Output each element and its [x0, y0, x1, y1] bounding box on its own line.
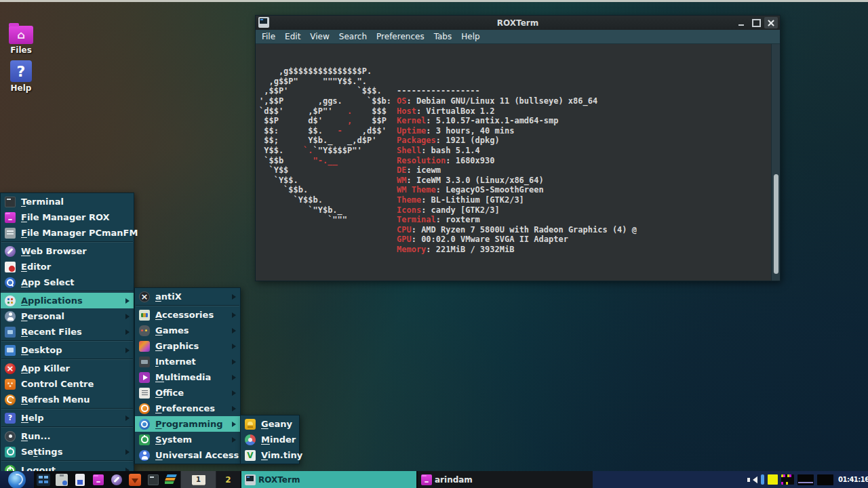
window-titlebar[interactable]: ROXTerm [256, 16, 780, 30]
menu-item-label: Recent Files [21, 327, 120, 337]
workspace-2[interactable]: 2 [216, 471, 240, 488]
menu-item-recent-files[interactable]: Recent Files [1, 324, 134, 340]
minimize-button[interactable] [734, 17, 748, 28]
cpu-meter-icon[interactable] [768, 474, 778, 485]
menu-item-app-select[interactable]: App Select [1, 274, 134, 290]
menubar-item-view[interactable]: View [305, 30, 334, 43]
menu-item-desktop[interactable]: Desktop [1, 342, 134, 358]
geany-icon [245, 419, 256, 430]
menu-item-office[interactable]: Office [135, 385, 240, 401]
editor-icon [5, 262, 16, 272]
menu-item-vim-tiny[interactable]: Vim.tiny [241, 447, 299, 463]
launcher-tb-terminal[interactable] [144, 471, 162, 488]
menubar-item-edit[interactable]: Edit [280, 30, 305, 43]
roxterm-window-icon [258, 17, 269, 28]
menu-item-label: App Select [21, 277, 131, 287]
net-graph-icon[interactable] [797, 474, 814, 485]
menu-item-label: Desktop [21, 345, 120, 355]
app-select-icon [5, 277, 16, 288]
installer-icon [129, 474, 141, 486]
menubar-item-tabs[interactable]: Tabs [429, 30, 457, 43]
menu-item-app-killer[interactable]: App Killer [1, 361, 134, 376]
menu-item-system[interactable]: System [135, 432, 240, 447]
menu-item-file-manager-pcmanfm[interactable]: File Manager PCmanFM [1, 225, 134, 241]
tb-terminal-icon [148, 474, 159, 485]
menu-item-internet[interactable]: Internet [135, 354, 240, 369]
submenu-arrow-icon [232, 437, 236, 443]
menu-button[interactable] [0, 471, 34, 488]
task-arindam[interactable]: arindam [418, 471, 593, 488]
submenu-arrow-icon [232, 312, 236, 318]
menubar-item-search[interactable]: Search [334, 30, 372, 43]
menu-separator [1, 426, 133, 428]
menu-item-settings[interactable]: Settings [1, 444, 134, 460]
usb-icon [75, 474, 85, 486]
desktop-icon [5, 345, 16, 356]
menu-item-editor[interactable]: Editor [1, 259, 134, 274]
accessories-icon [139, 310, 150, 321]
launcher-clipboard[interactable] [52, 471, 71, 488]
scrollbar-thumb[interactable] [774, 174, 778, 274]
menu-item-preferences[interactable]: Preferences [135, 401, 240, 416]
submenu-arrow-icon [125, 314, 130, 319]
menu-item-antix[interactable]: antiX [135, 289, 240, 304]
desktop-icon-help[interactable]: Help [3, 60, 39, 93]
launcher-layers[interactable] [162, 471, 180, 488]
menu-item-label: Minder [261, 434, 296, 445]
menu-item-label: Terminal [21, 197, 131, 207]
menu-item-web-browser[interactable]: Web Browser [1, 243, 134, 259]
launcher-window-tiles[interactable] [34, 471, 52, 488]
menu-item-label: Universal Access [155, 450, 239, 460]
workspace-1[interactable]: 1 [180, 471, 216, 488]
launcher-folder-rox[interactable] [89, 471, 107, 488]
programming-icon [139, 419, 150, 430]
system-icon [139, 434, 150, 445]
menu-item-label: Help [21, 413, 120, 423]
folder-pcman-icon [5, 228, 16, 239]
menu-item-file-manager-rox[interactable]: File Manager ROX [1, 209, 134, 225]
menu-item-graphics[interactable]: Graphics [135, 338, 240, 354]
menu-item-programming[interactable]: Programming [135, 416, 240, 432]
menu-item-accessories[interactable]: Accessories [135, 307, 240, 323]
task-roxterm[interactable]: ROXTerm [241, 471, 416, 488]
menu-item-personal[interactable]: Personal [1, 308, 134, 324]
menu-item-games[interactable]: Games [135, 323, 240, 338]
menu-item-label: Preferences [155, 403, 226, 413]
menu-item-run[interactable]: Run... [1, 428, 134, 444]
maximize-button[interactable] [749, 17, 763, 28]
menubar-item-help[interactable]: Help [456, 30, 484, 43]
office-icon [139, 388, 150, 399]
menu-item-help[interactable]: Help [1, 410, 134, 426]
menu-item-refresh-menu[interactable]: Refresh Menu [1, 392, 134, 407]
settings-icon [5, 447, 16, 458]
run-icon [5, 431, 16, 442]
menu-item-label: antiX [155, 291, 226, 302]
desktop-icon-files[interactable]: Files [3, 22, 39, 55]
network-meter-icon[interactable] [781, 474, 794, 485]
menu-item-label: Internet [155, 357, 226, 367]
terminal-scrollbar[interactable] [771, 44, 780, 281]
launcher-usb[interactable] [71, 471, 89, 488]
menu-item-universal-access[interactable]: Universal Access [135, 447, 240, 463]
menu-item-applications[interactable]: Applications [1, 293, 134, 308]
terminal-output[interactable]: ,g$$$$$$$$$$$$$$$P. ,g$$P" """Y$$.". ,$$… [256, 44, 771, 281]
cpu-graph-icon[interactable] [817, 474, 833, 485]
menu-item-terminal[interactable]: Terminal [1, 194, 134, 209]
submenu-arrow-icon [125, 298, 130, 304]
menubar-item-preferences[interactable]: Preferences [372, 30, 429, 43]
volume-level-icon[interactable] [761, 474, 764, 485]
menu-item-control-centre[interactable]: Control Centre [1, 376, 134, 392]
roxterm-window: ROXTerm FileEditViewSearchPreferencesTab… [255, 15, 781, 281]
menubar-item-file[interactable]: File [257, 30, 280, 43]
menu-item-minder[interactable]: Minder [241, 432, 299, 447]
close-button[interactable] [764, 17, 778, 28]
launcher-installer[interactable] [125, 471, 144, 488]
debian-ascii-art: ,g$$$$$$$$$$$$$$$P. ,g$$P" """Y$$.". ,$$… [259, 66, 397, 281]
menu-separator [1, 460, 133, 462]
launcher-web-browser[interactable] [107, 471, 125, 488]
menu-item-multimedia[interactable]: Multimedia [135, 369, 240, 385]
volume-icon[interactable] [747, 474, 757, 485]
personal-icon [5, 311, 16, 322]
menu-item-label: Programming [155, 419, 226, 429]
menu-item-geany[interactable]: Geany [241, 416, 299, 432]
